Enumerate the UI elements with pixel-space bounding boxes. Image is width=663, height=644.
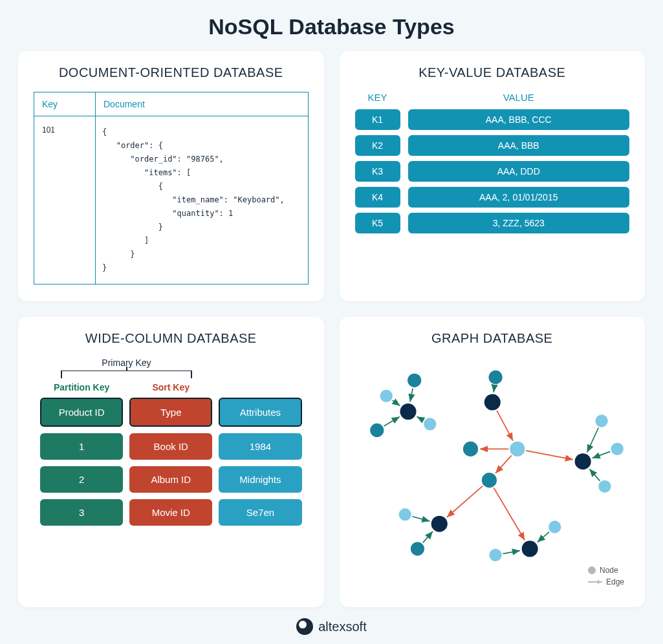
wc-cell: Movie ID: [129, 499, 212, 526]
wc-header-type: Type: [129, 398, 212, 427]
graph-node: [611, 443, 623, 455]
wc-cell: 3: [40, 499, 123, 526]
graph-edge: [422, 531, 432, 543]
card-graph: GRAPH DATABASE Node Edge: [340, 317, 646, 607]
kv-header-key: KEY: [355, 92, 400, 103]
document-table: Key Document 101 { "order": { "order_id"…: [34, 92, 309, 284]
kv-key: K2: [355, 135, 400, 156]
graph-node: [521, 541, 538, 557]
kv-header-value: VALUE: [408, 92, 630, 103]
kv-key: K3: [355, 161, 400, 182]
graph-node: [574, 453, 591, 469]
kv-row: K1AAA, BBB, CCC: [355, 109, 630, 130]
graph-edge: [392, 400, 400, 405]
card-key-value: KEY-VALUE DATABASE KEY VALUE K1AAA, BBB,…: [340, 51, 646, 301]
graph-node: [481, 473, 496, 488]
sort-key-label: Sort Key: [129, 382, 212, 392]
kv-row: K4AAA, 2, 01/01/2015: [355, 187, 630, 208]
graph-edge: [497, 411, 513, 441]
kv-row: K3AAA, DDD: [355, 161, 630, 182]
graph-svg: [355, 358, 630, 590]
wc-header-product-id: Product ID: [40, 398, 123, 427]
brand-text: altexsoft: [318, 619, 366, 634]
legend-edge-label: Edge: [606, 577, 624, 586]
kv-row: K53, ZZZ, 5623: [355, 213, 630, 233]
card-title-keyvalue: KEY-VALUE DATABASE: [355, 65, 630, 80]
graph-node: [484, 394, 500, 411]
graph-edge: [446, 486, 482, 517]
graph-edge: [417, 416, 423, 420]
kv-rows: K1AAA, BBB, CCCK2AAA, BBBK3AAA, DDDK4AAA…: [355, 109, 630, 233]
graph-edge: [384, 416, 399, 426]
kv-value: AAA, DDD: [408, 161, 630, 182]
wc-row: 3Movie IDSe7en: [40, 499, 302, 526]
graph-node: [431, 516, 447, 532]
graph-node: [489, 549, 501, 561]
card-wide-column: WIDE-COLUMN DATABASE Primary Key Partiti…: [18, 317, 324, 607]
graph-node: [595, 414, 607, 427]
wc-header-attributes: Attributes: [219, 398, 301, 427]
wc-cell: 1: [40, 433, 123, 460]
doc-header-key: Key: [34, 92, 96, 116]
altexsoft-logo-icon: [296, 618, 313, 635]
graph-edge: [494, 488, 525, 540]
wc-cell: Album ID: [129, 466, 212, 493]
graph-edge: [412, 517, 429, 521]
graph-node: [400, 403, 416, 420]
footer-brand: altexsoft: [0, 618, 663, 635]
graph-edge: [589, 469, 600, 480]
wc-row: 1Book ID1984: [40, 433, 302, 460]
wc-cell: Book ID: [129, 433, 212, 460]
graph-edge: [537, 532, 549, 542]
page-title: NoSQL Database Types: [0, 0, 663, 51]
wc-table: Product ID Type Attributes 1Book ID19842…: [40, 398, 302, 526]
kv-key: K5: [355, 213, 400, 233]
graph-edge: [592, 451, 610, 458]
doc-key-value: 101: [34, 116, 96, 284]
wc-cell: Midnights: [219, 466, 301, 493]
card-title-document: DOCUMENT-ORIENTED DATABASE: [34, 65, 309, 80]
wc-row: 2Album IDMidnights: [40, 466, 302, 493]
graph-edge: [503, 551, 519, 554]
kv-value: AAA, BBB: [408, 135, 630, 156]
card-title-graph: GRAPH DATABASE: [355, 331, 630, 346]
kv-value: 3, ZZZ, 5623: [408, 213, 630, 233]
kv-value: AAA, 2, 01/01/2015: [408, 187, 630, 208]
graph-edge: [410, 389, 413, 402]
graph-node: [370, 424, 384, 437]
kv-key: K1: [355, 109, 400, 130]
graph-node: [549, 521, 561, 533]
graph-legend: Node Edge: [588, 563, 624, 586]
card-document-oriented: DOCUMENT-ORIENTED DATABASE Key Document …: [18, 51, 324, 301]
doc-document-json: { "order": { "order_id": "98765", "items…: [96, 116, 308, 284]
graph-node: [380, 390, 392, 402]
graph-edge: [587, 428, 598, 453]
card-title-widecolumn: WIDE-COLUMN DATABASE: [34, 331, 309, 346]
graph-edge: [526, 451, 573, 460]
node-swatch-icon: [588, 566, 596, 574]
wc-cell: 2: [40, 466, 123, 493]
graph-node: [510, 442, 525, 456]
kv-row: K2AAA, BBB: [355, 135, 630, 156]
graph-area: Node Edge: [355, 358, 630, 590]
graph-node: [398, 508, 411, 521]
graph-node: [488, 370, 502, 384]
graph-edge: [494, 385, 494, 392]
legend-node-label: Node: [600, 566, 618, 575]
wc-cell: Se7en: [219, 499, 301, 526]
partition-key-label: Partition Key: [40, 382, 123, 392]
graph-node: [598, 480, 611, 493]
graph-node: [408, 374, 421, 387]
kv-value: AAA, BBB, CCC: [408, 109, 630, 130]
graph-edge: [495, 455, 512, 473]
wc-cell: 1984: [219, 433, 301, 460]
graph-node: [462, 442, 477, 456]
graph-node: [410, 542, 424, 555]
primary-key-bracket: [40, 370, 213, 380]
doc-header-document: Document: [96, 92, 308, 116]
graph-node: [424, 418, 436, 430]
kv-key: K4: [355, 187, 400, 208]
edge-swatch-icon: [588, 581, 602, 583]
